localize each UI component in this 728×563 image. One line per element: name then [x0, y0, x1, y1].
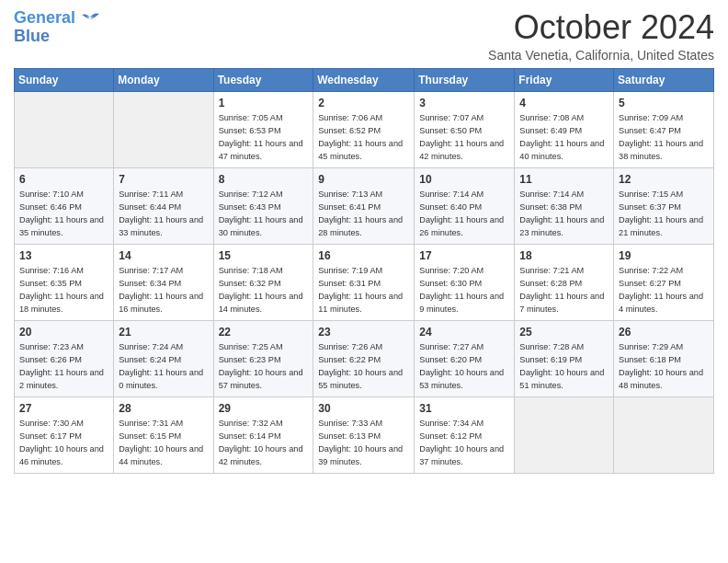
weekday-monday: Monday	[114, 68, 213, 91]
day-cell: 12Sunrise: 7:15 AMSunset: 6:37 PMDayligh…	[614, 167, 714, 244]
day-number: 21	[119, 325, 208, 340]
day-cell: 14Sunrise: 7:17 AMSunset: 6:34 PMDayligh…	[114, 244, 213, 320]
day-cell	[614, 396, 714, 473]
day-number: 6	[19, 172, 108, 188]
weekday-tuesday: Tuesday	[213, 68, 313, 91]
day-number: 12	[619, 172, 709, 188]
day-info: Sunrise: 7:28 AMSunset: 6:19 PMDaylight:…	[519, 341, 609, 392]
day-cell: 7Sunrise: 7:11 AMSunset: 6:44 PMDaylight…	[114, 167, 213, 244]
day-info: Sunrise: 7:22 AMSunset: 6:27 PMDaylight:…	[619, 265, 709, 316]
day-info: Sunrise: 7:31 AMSunset: 6:15 PMDaylight:…	[119, 418, 208, 468]
day-info: Sunrise: 7:24 AMSunset: 6:24 PMDaylight:…	[119, 341, 208, 392]
day-number: 10	[419, 172, 509, 188]
day-cell: 8Sunrise: 7:12 AMSunset: 6:43 PMDaylight…	[213, 167, 313, 244]
week-row-5: 27Sunrise: 7:30 AMSunset: 6:17 PMDayligh…	[15, 396, 714, 473]
month-title: October 2024	[488, 9, 714, 46]
day-cell: 24Sunrise: 7:27 AMSunset: 6:20 PMDayligh…	[415, 320, 515, 396]
day-number: 18	[519, 248, 609, 264]
day-cell: 6Sunrise: 7:10 AMSunset: 6:46 PMDaylight…	[15, 167, 114, 244]
week-row-1: 1Sunrise: 7:05 AMSunset: 6:53 PMDaylight…	[15, 91, 714, 167]
day-number: 22	[219, 325, 309, 340]
day-cell: 21Sunrise: 7:24 AMSunset: 6:24 PMDayligh…	[114, 320, 213, 396]
day-cell: 25Sunrise: 7:28 AMSunset: 6:19 PMDayligh…	[515, 320, 614, 396]
day-number: 16	[318, 248, 409, 264]
day-cell: 26Sunrise: 7:29 AMSunset: 6:18 PMDayligh…	[614, 320, 714, 396]
day-info: Sunrise: 7:09 AMSunset: 6:47 PMDaylight:…	[619, 112, 709, 163]
logo-text: General Blue	[14, 9, 75, 46]
day-number: 8	[219, 172, 309, 188]
day-number: 14	[119, 248, 208, 264]
day-number: 27	[19, 401, 108, 417]
logo-blue: Blue	[14, 27, 50, 45]
day-cell: 1Sunrise: 7:05 AMSunset: 6:53 PMDaylight…	[213, 91, 313, 167]
day-number: 24	[419, 325, 509, 340]
day-cell: 9Sunrise: 7:13 AMSunset: 6:41 PMDaylight…	[313, 167, 415, 244]
calendar-table: SundayMondayTuesdayWednesdayThursdayFrid…	[14, 68, 714, 474]
day-number: 31	[419, 401, 509, 417]
weekday-header-row: SundayMondayTuesdayWednesdayThursdayFrid…	[15, 68, 714, 91]
day-info: Sunrise: 7:08 AMSunset: 6:49 PMDaylight:…	[519, 112, 609, 163]
day-cell: 18Sunrise: 7:21 AMSunset: 6:28 PMDayligh…	[515, 244, 614, 320]
day-info: Sunrise: 7:06 AMSunset: 6:52 PMDaylight:…	[318, 112, 409, 163]
weekday-thursday: Thursday	[415, 68, 515, 91]
weekday-friday: Friday	[515, 68, 614, 91]
day-cell: 17Sunrise: 7:20 AMSunset: 6:30 PMDayligh…	[415, 244, 515, 320]
weekday-sunday: Sunday	[15, 68, 114, 91]
title-block: October 2024 Santa Venetia, California, …	[488, 9, 714, 63]
day-info: Sunrise: 7:12 AMSunset: 6:43 PMDaylight:…	[219, 189, 309, 239]
day-info: Sunrise: 7:30 AMSunset: 6:17 PMDaylight:…	[19, 418, 108, 468]
day-info: Sunrise: 7:27 AMSunset: 6:20 PMDaylight:…	[419, 341, 509, 392]
day-cell: 29Sunrise: 7:32 AMSunset: 6:14 PMDayligh…	[213, 396, 313, 473]
day-cell: 4Sunrise: 7:08 AMSunset: 6:49 PMDaylight…	[515, 91, 614, 167]
day-cell: 27Sunrise: 7:30 AMSunset: 6:17 PMDayligh…	[15, 396, 114, 473]
day-cell	[114, 91, 213, 167]
day-cell	[15, 91, 114, 167]
day-info: Sunrise: 7:33 AMSunset: 6:13 PMDaylight:…	[318, 418, 409, 468]
day-info: Sunrise: 7:20 AMSunset: 6:30 PMDaylight:…	[419, 265, 509, 316]
weekday-saturday: Saturday	[614, 68, 714, 91]
week-row-3: 13Sunrise: 7:16 AMSunset: 6:35 PMDayligh…	[15, 244, 714, 320]
day-cell: 16Sunrise: 7:19 AMSunset: 6:31 PMDayligh…	[313, 244, 415, 320]
day-number: 23	[318, 325, 409, 340]
week-row-4: 20Sunrise: 7:23 AMSunset: 6:26 PMDayligh…	[15, 320, 714, 396]
day-cell: 11Sunrise: 7:14 AMSunset: 6:38 PMDayligh…	[515, 167, 614, 244]
day-number: 25	[519, 325, 609, 340]
day-number: 2	[318, 96, 409, 111]
day-info: Sunrise: 7:21 AMSunset: 6:28 PMDaylight:…	[519, 265, 609, 316]
day-info: Sunrise: 7:25 AMSunset: 6:23 PMDaylight:…	[219, 341, 309, 392]
day-cell: 22Sunrise: 7:25 AMSunset: 6:23 PMDayligh…	[213, 320, 313, 396]
logo-bird-icon	[77, 10, 103, 29]
day-info: Sunrise: 7:15 AMSunset: 6:37 PMDaylight:…	[619, 189, 709, 239]
day-cell: 31Sunrise: 7:34 AMSunset: 6:12 PMDayligh…	[415, 396, 515, 473]
day-info: Sunrise: 7:26 AMSunset: 6:22 PMDaylight:…	[318, 341, 409, 392]
day-number: 20	[19, 325, 108, 340]
day-info: Sunrise: 7:07 AMSunset: 6:50 PMDaylight:…	[419, 112, 509, 163]
day-info: Sunrise: 7:32 AMSunset: 6:14 PMDaylight:…	[219, 418, 309, 468]
day-cell: 10Sunrise: 7:14 AMSunset: 6:40 PMDayligh…	[415, 167, 515, 244]
day-number: 28	[119, 401, 208, 417]
day-number: 3	[419, 96, 509, 111]
logo: General Blue	[14, 9, 103, 46]
day-cell: 3Sunrise: 7:07 AMSunset: 6:50 PMDaylight…	[415, 91, 515, 167]
day-info: Sunrise: 7:19 AMSunset: 6:31 PMDaylight:…	[318, 265, 409, 316]
day-info: Sunrise: 7:16 AMSunset: 6:35 PMDaylight:…	[19, 265, 108, 316]
day-info: Sunrise: 7:29 AMSunset: 6:18 PMDaylight:…	[619, 341, 709, 392]
day-number: 5	[619, 96, 709, 111]
day-number: 15	[219, 248, 309, 264]
day-number: 29	[219, 401, 309, 417]
day-cell: 23Sunrise: 7:26 AMSunset: 6:22 PMDayligh…	[313, 320, 415, 396]
header: General Blue October 2024 Santa Venetia,…	[14, 9, 714, 63]
day-number: 4	[519, 96, 609, 111]
day-cell: 20Sunrise: 7:23 AMSunset: 6:26 PMDayligh…	[15, 320, 114, 396]
location: Santa Venetia, California, United States	[488, 48, 714, 63]
day-number: 26	[619, 325, 709, 340]
day-cell	[515, 396, 614, 473]
day-cell: 5Sunrise: 7:09 AMSunset: 6:47 PMDaylight…	[614, 91, 714, 167]
day-info: Sunrise: 7:05 AMSunset: 6:53 PMDaylight:…	[219, 112, 309, 163]
day-info: Sunrise: 7:14 AMSunset: 6:38 PMDaylight:…	[519, 189, 609, 239]
day-info: Sunrise: 7:34 AMSunset: 6:12 PMDaylight:…	[419, 418, 509, 468]
day-info: Sunrise: 7:17 AMSunset: 6:34 PMDaylight:…	[119, 265, 208, 316]
weekday-wednesday: Wednesday	[313, 68, 415, 91]
day-number: 17	[419, 248, 509, 264]
day-info: Sunrise: 7:14 AMSunset: 6:40 PMDaylight:…	[419, 189, 509, 239]
